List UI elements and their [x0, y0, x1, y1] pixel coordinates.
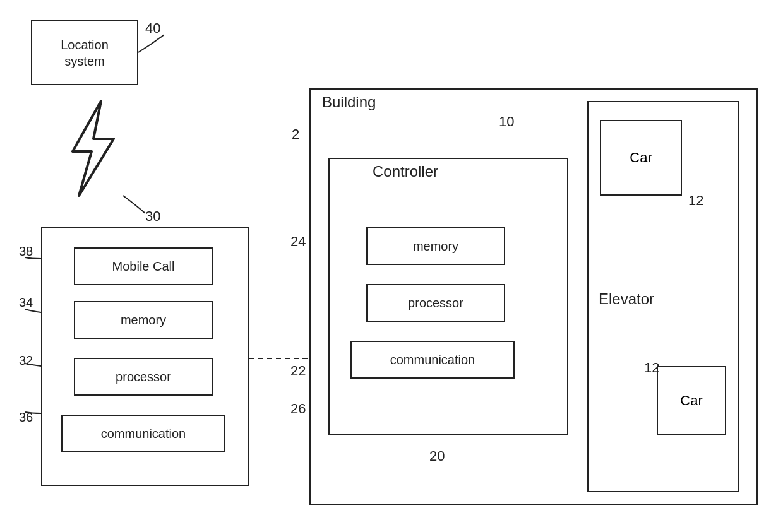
location-system-box: Location system: [31, 20, 138, 85]
controller-label: Controller: [373, 163, 438, 180]
label-26: 26: [290, 401, 306, 417]
label-2: 2: [292, 126, 299, 143]
car-top-label: Car: [630, 150, 652, 166]
label-38: 38: [19, 244, 33, 259]
ctrl-communication-label: communication: [390, 353, 475, 367]
ctrl-memory-label: memory: [413, 239, 458, 254]
label-36: 36: [19, 410, 33, 425]
diagram-container: Location system 40 30 Mobile Call memory…: [0, 0, 783, 532]
ctrl-communication-box: communication: [350, 341, 515, 379]
ctrl-processor-label: processor: [408, 296, 463, 310]
car-top-box: Car: [600, 120, 682, 196]
label-40: 40: [145, 20, 160, 37]
elevator-label: Elevator: [599, 290, 654, 308]
label-22: 22: [290, 363, 306, 379]
mobile-memory-box: memory: [74, 301, 213, 339]
label-12-top: 12: [688, 192, 703, 209]
mobile-device-box: Mobile Call memory processor communicati…: [41, 227, 249, 486]
label-12-bottom: 12: [644, 360, 659, 376]
building-label: Building: [322, 93, 376, 111]
car-bottom-label: Car: [680, 393, 702, 409]
mobile-call-label: Mobile Call: [112, 259, 175, 274]
ctrl-memory-box: memory: [366, 227, 505, 265]
label-30: 30: [145, 208, 160, 225]
label-32: 32: [19, 353, 33, 368]
label-34: 34: [19, 295, 33, 310]
svg-marker-4: [73, 101, 114, 196]
mobile-processor-box: processor: [74, 358, 213, 396]
mobile-call-box: Mobile Call: [74, 247, 213, 285]
car-bottom-box: Car: [657, 366, 726, 435]
mobile-processor-label: processor: [116, 370, 171, 384]
label-20: 20: [429, 448, 445, 464]
mobile-communication-box: communication: [61, 415, 225, 452]
label-10: 10: [499, 114, 514, 130]
mobile-memory-label: memory: [121, 313, 166, 328]
label-24: 24: [290, 233, 306, 250]
ctrl-processor-box: processor: [366, 284, 505, 322]
mobile-communication-label: communication: [101, 427, 186, 441]
location-system-label: Location system: [61, 37, 109, 69]
lightning-icon: [57, 98, 126, 199]
